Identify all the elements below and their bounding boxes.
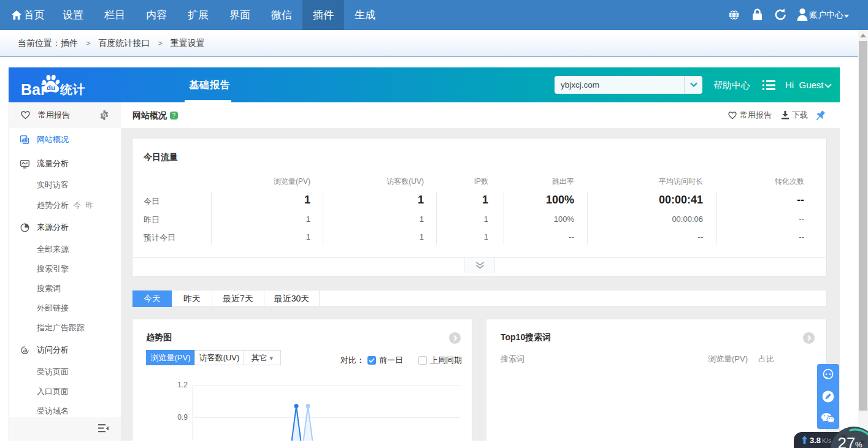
svg-text:27: 27 [838, 434, 856, 448]
svg-text:du: du [47, 84, 55, 91]
svg-text:%: % [855, 440, 862, 448]
